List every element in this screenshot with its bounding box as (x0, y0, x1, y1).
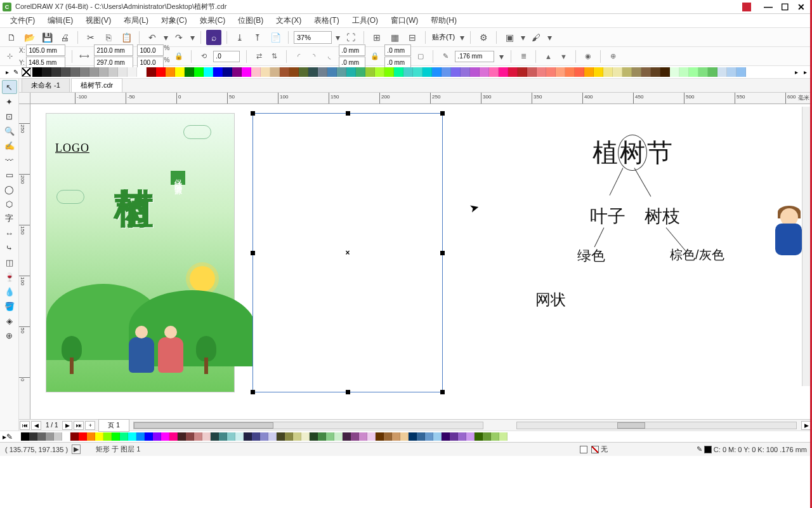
color-swatch[interactable] (46, 432, 54, 441)
color-swatch[interactable] (178, 432, 186, 441)
options-button[interactable]: ⚙ (476, 30, 491, 45)
resize-handle-mr[interactable] (440, 251, 445, 255)
color-swatch[interactable] (365, 67, 375, 77)
color-swatch[interactable] (565, 67, 575, 77)
color-swatch[interactable] (299, 67, 308, 77)
search-content-button[interactable]: ⌕ (206, 30, 221, 45)
scale-x-field[interactable] (137, 44, 164, 56)
corner-tl-icon[interactable]: ◜ (293, 51, 304, 62)
no-color-swatch[interactable] (22, 67, 31, 77)
color-swatch[interactable] (727, 67, 737, 77)
color-swatch[interactable] (546, 67, 556, 77)
color-swatch[interactable] (137, 67, 147, 77)
color-swatch[interactable] (213, 67, 223, 77)
color-swatch[interactable] (422, 67, 432, 77)
cut-button[interactable]: ✂ (83, 30, 98, 45)
color-swatch[interactable] (651, 67, 660, 77)
color-swatch[interactable] (442, 432, 450, 441)
color-swatch[interactable] (537, 67, 546, 77)
color-swatch[interactable] (584, 67, 594, 77)
color-swatch[interactable] (95, 432, 103, 441)
resize-handle-ml[interactable] (251, 251, 255, 255)
color-swatch[interactable] (202, 432, 211, 441)
document-tab-1[interactable]: 未命名 -1 (22, 78, 70, 92)
menu-item[interactable]: 视图(V) (79, 14, 117, 27)
color-swatch[interactable] (689, 67, 698, 77)
interactive-fill-tool[interactable]: 🪣 (2, 299, 17, 313)
no-color-swatch[interactable] (13, 432, 21, 441)
color-swatch[interactable] (268, 432, 277, 441)
color-swatch[interactable] (326, 432, 334, 441)
color-swatch[interactable] (145, 432, 153, 441)
undo-button[interactable]: ↶ (145, 30, 160, 45)
menu-item[interactable]: 表格(T) (308, 14, 345, 27)
color-swatch[interactable] (491, 432, 499, 441)
color-swatch[interactable] (343, 432, 351, 441)
color-swatch[interactable] (461, 67, 470, 77)
redo-dropdown[interactable]: ▾ (189, 30, 195, 45)
eyedropper-icon[interactable]: ✎ (6, 432, 13, 441)
color-swatch[interactable] (252, 432, 260, 441)
color-swatch[interactable] (394, 67, 403, 77)
apps-dropdown[interactable]: ▾ (520, 30, 526, 45)
import-button[interactable]: ⤓ (232, 30, 247, 45)
color-swatch[interactable] (128, 67, 137, 77)
color-swatch[interactable] (80, 67, 89, 77)
palette-scroll-left[interactable]: ▸ (3, 68, 11, 77)
outline-pen-icon[interactable]: ✎ (697, 445, 702, 453)
color-swatch[interactable] (242, 67, 251, 77)
save-button[interactable]: 💾 (39, 30, 55, 45)
resize-handle-br[interactable] (440, 390, 445, 394)
color-swatch[interactable] (451, 67, 461, 77)
color-swatch[interactable] (384, 67, 394, 77)
color-swatch[interactable] (293, 432, 301, 441)
color-swatch[interactable] (70, 67, 80, 77)
color-swatch[interactable] (450, 432, 458, 441)
snap-dropdown[interactable]: ▾ (459, 30, 465, 45)
color-swatch[interactable] (227, 432, 235, 441)
color-swatch[interactable] (153, 432, 161, 441)
outline-color-swatch[interactable] (704, 446, 712, 453)
zoom-level-field[interactable] (294, 31, 332, 44)
smart-fill-tool[interactable]: ◈ (2, 314, 17, 328)
color-swatch[interactable] (359, 432, 367, 441)
color-swatch[interactable] (466, 432, 475, 441)
color-swatch[interactable] (594, 67, 603, 77)
color-swatch[interactable] (194, 67, 204, 77)
color-swatch[interactable] (400, 432, 409, 441)
color-swatch[interactable] (42, 67, 51, 77)
color-swatch[interactable] (308, 67, 318, 77)
menu-item[interactable]: 效果(C) (193, 14, 232, 27)
color-swatch[interactable] (270, 67, 280, 77)
color-swatch[interactable] (169, 432, 178, 441)
undo-dropdown[interactable]: ▾ (162, 30, 169, 45)
show-grid-button[interactable]: ▦ (387, 30, 402, 45)
canvas[interactable]: 毫米 -100-50050100150200250300350400450500… (19, 93, 812, 419)
color-swatch[interactable] (156, 67, 166, 77)
quick-customize-icon[interactable]: ⊕ (607, 51, 619, 62)
color-swatch[interactable] (641, 67, 651, 77)
color-swatch[interactable] (232, 67, 242, 77)
color-swatch[interactable] (737, 67, 746, 77)
horizontal-scrollbar[interactable] (133, 422, 483, 429)
copy-button[interactable]: ⎘ (101, 30, 116, 45)
customize-dropdown[interactable]: ▾ (546, 30, 553, 45)
corner-type-icon[interactable]: ◟ (324, 51, 335, 62)
color-swatch[interactable] (166, 67, 175, 77)
corner-2-field[interactable] (339, 57, 365, 68)
palette-scroll-right[interactable]: ▸ (792, 68, 801, 77)
color-swatch[interactable] (186, 432, 194, 441)
export-button[interactable]: ⤒ (250, 30, 265, 45)
color-swatch[interactable] (285, 432, 293, 441)
color-swatch[interactable] (660, 67, 670, 77)
connector-tool[interactable]: ⤷ (2, 241, 17, 255)
color-swatch[interactable] (603, 67, 613, 77)
play-icon[interactable]: ▶ (72, 444, 81, 454)
color-swatch[interactable] (433, 432, 442, 441)
scale-y-field[interactable] (137, 57, 164, 68)
corner-lock-icon[interactable]: 🔒 (369, 51, 381, 62)
resize-handle-tr[interactable] (440, 111, 445, 116)
convert-curves-icon[interactable]: ◉ (582, 51, 594, 62)
color-swatch[interactable] (128, 432, 136, 441)
resize-handle-bl[interactable] (251, 390, 255, 394)
